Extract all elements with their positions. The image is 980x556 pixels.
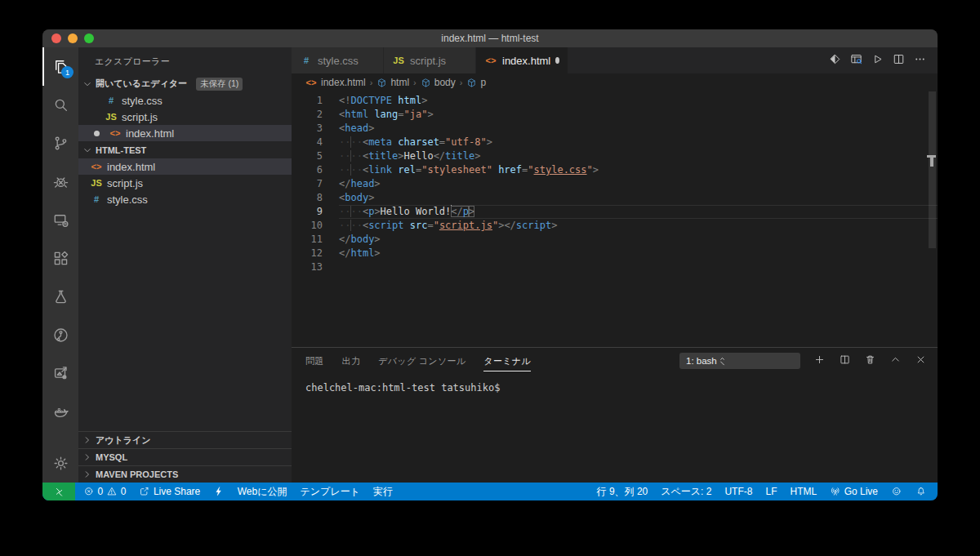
new-terminal-button[interactable]: [813, 354, 826, 369]
extensions-icon: [51, 249, 70, 268]
line-content: ····<title>Hello</title>: [339, 149, 938, 163]
remote-indicator[interactable]: [42, 483, 75, 500]
symbol-cube: [466, 78, 477, 88]
status-text: テンプレート: [301, 485, 360, 499]
line-content: <head>: [339, 122, 938, 136]
status-eol[interactable]: LF: [759, 483, 783, 500]
kill-terminal-button[interactable]: [864, 354, 876, 369]
status-publish-web[interactable]: Webに公開: [231, 483, 294, 500]
line-content: ····<link rel="stylesheet" href="style.c…: [339, 163, 938, 177]
activity-item-settings-gear[interactable]: [42, 444, 78, 483]
run-button[interactable]: [871, 52, 884, 69]
status-template[interactable]: テンプレート: [294, 483, 367, 500]
panel-tab-デバッグ コンソール[interactable]: デバッグ コンソール: [378, 350, 466, 371]
symbol-cube: [421, 78, 431, 88]
settings-gear-icon: [51, 454, 70, 473]
css-file-icon: #: [300, 56, 313, 65]
maximize-panel-button[interactable]: [889, 354, 902, 369]
breadcrumb-item-html[interactable]: html: [376, 77, 409, 88]
panel-tab-ターミナル[interactable]: ターミナル: [483, 350, 531, 371]
open-editor-item[interactable]: #style.css: [78, 92, 292, 109]
status-text: 0: [121, 486, 127, 497]
minimize-window-button[interactable]: [68, 33, 78, 43]
status-language-mode[interactable]: HTML: [783, 483, 823, 500]
activity-item-extensions[interactable]: [42, 239, 78, 278]
section-maven-projects[interactable]: MAVEN PROJECTS: [78, 465, 292, 483]
new-terminal-icon: [813, 354, 826, 366]
status-encoding[interactable]: UTF-8: [718, 483, 759, 500]
split-editor-button[interactable]: [892, 52, 906, 69]
status-indentation[interactable]: スペース: 2: [654, 483, 718, 500]
status-go-live[interactable]: Go Live: [823, 483, 884, 500]
breadcrumb[interactable]: <>index.html›html›body›p: [292, 73, 938, 91]
activity-item-publisher[interactable]: [42, 354, 78, 393]
smiley-icon: [891, 486, 902, 497]
more-actions-button[interactable]: [913, 52, 927, 69]
activity-item-search[interactable]: [42, 86, 78, 124]
line-content: <html lang="ja">: [339, 108, 938, 122]
breadcrumb-item-p[interactable]: p: [466, 77, 486, 88]
scrollbar-slider[interactable]: [929, 91, 936, 248]
open-editors-header[interactable]: 開いているエディター未保存 (1): [78, 75, 292, 92]
breadcrumb-item-index.html[interactable]: <>index.html: [305, 77, 366, 88]
line-content: </body>: [339, 233, 938, 247]
status-text: スペース: 2: [661, 485, 711, 499]
status-text: Webに公開: [238, 485, 287, 499]
bell-icon: [915, 486, 927, 497]
code-line-6: 6····<link rel="stylesheet" href="style.…: [292, 163, 938, 177]
panel-actions: 1: bash: [679, 353, 927, 369]
open-editor-item[interactable]: <>index.html: [78, 125, 292, 141]
code-editor[interactable]: 1<!DOCTYPE html>2<html lang="ja">3<head>…: [292, 91, 938, 347]
file-name: style.css: [107, 193, 148, 206]
js-file-icon: JS: [105, 112, 118, 122]
activity-item-docker[interactable]: [42, 393, 78, 431]
open-in-browser-button[interactable]: [828, 52, 842, 69]
tab-index.html[interactable]: <>index.html: [476, 47, 568, 73]
live-share-icon: [139, 486, 150, 497]
tree-item[interactable]: <>index.html: [78, 158, 292, 175]
symbol-cube: [376, 78, 387, 88]
activity-item-files[interactable]: 1: [42, 47, 78, 86]
section-アウトライン[interactable]: アウトライン: [78, 431, 292, 448]
status-lightning[interactable]: [207, 483, 231, 500]
close-window-button[interactable]: [51, 33, 61, 43]
folder-header[interactable]: HTML-TEST: [78, 141, 292, 158]
traffic-lights: [51, 33, 94, 43]
breadcrumb-label: body: [434, 77, 456, 88]
open-editor-item[interactable]: JSscript.js: [78, 109, 292, 125]
panel-tab-出力[interactable]: 出力: [342, 350, 361, 371]
panel-tab-問題[interactable]: 問題: [305, 350, 324, 371]
editor-actions: [828, 47, 938, 73]
status-text: UTF-8: [724, 486, 752, 497]
terminal-select[interactable]: 1: bash: [679, 353, 800, 369]
activity-item-source-control[interactable]: [42, 124, 78, 162]
section-mysql[interactable]: MYSQL: [78, 448, 292, 465]
tab-script.js[interactable]: JSscript.js: [384, 47, 476, 73]
status-live-share[interactable]: Live Share: [132, 483, 207, 500]
activity-item-debug[interactable]: [42, 162, 78, 201]
tree-item[interactable]: #style.css: [78, 191, 292, 207]
zoom-window-button[interactable]: [84, 33, 94, 43]
close-panel-button[interactable]: [915, 354, 927, 369]
source-control-icon: [51, 134, 70, 153]
status-feedback[interactable]: [884, 483, 909, 500]
code-line-5: 5····<title>Hello</title>: [292, 149, 938, 163]
open-preview-button[interactable]: [849, 52, 863, 69]
search-icon: [51, 96, 70, 114]
activity-item-gitlens[interactable]: [42, 316, 78, 354]
terminal-output[interactable]: chelchel-mac:html-test tatsuhiko$: [292, 374, 938, 483]
status-run[interactable]: 実行: [367, 483, 399, 500]
status-cursor-position[interactable]: 行 9、列 20: [590, 483, 655, 500]
overview-ruler[interactable]: [926, 91, 938, 347]
editor-area: #style.cssJSscript.js<>index.html <>inde…: [292, 47, 938, 483]
split-terminal-button[interactable]: [839, 354, 851, 369]
status-problems[interactable]: 00: [77, 483, 132, 500]
code-line-1: 1<!DOCTYPE html>: [292, 94, 938, 108]
line-content: </head>: [339, 177, 938, 191]
status-notifications[interactable]: [909, 483, 933, 500]
breadcrumb-item-body[interactable]: body: [421, 77, 456, 88]
tree-item[interactable]: JSscript.js: [78, 175, 292, 191]
tab-style.css[interactable]: #style.css: [292, 47, 384, 73]
activity-item-test-flask[interactable]: [42, 278, 78, 316]
activity-item-remote-explorer[interactable]: [42, 201, 78, 239]
